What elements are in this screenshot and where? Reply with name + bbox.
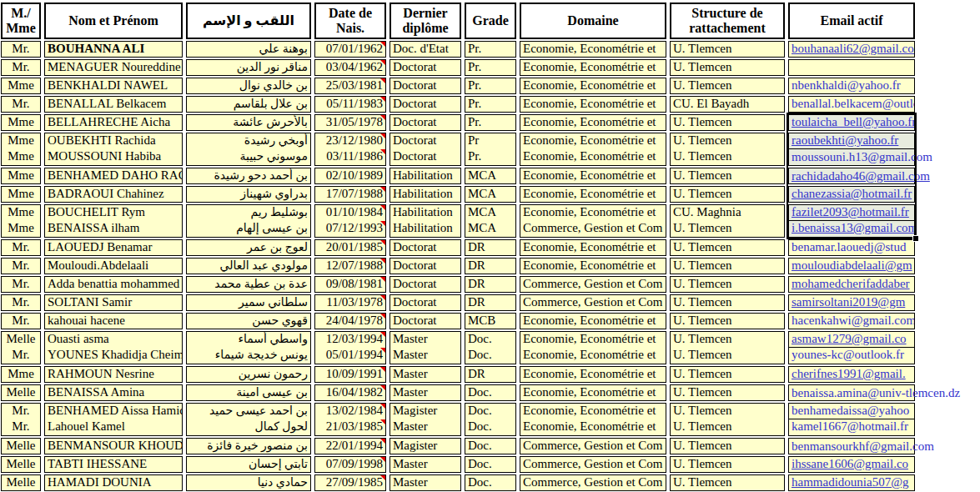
cell-civ[interactable]: Mr. bbox=[1, 313, 41, 329]
cell-email[interactable]: kamel1667@hotmail.fr bbox=[788, 419, 915, 436]
cell-email[interactable]: younes-kc@outlook.fr bbox=[788, 348, 915, 364]
column-header-civ[interactable]: M./ Mme bbox=[1, 3, 41, 39]
cell-grade[interactable]: Doc. bbox=[465, 419, 516, 436]
cell-civ[interactable]: Mme bbox=[1, 204, 41, 221]
cell-nom[interactable]: MOUSSOUNI Habiba bbox=[44, 149, 183, 166]
cell-dom[interactable]: Commerce, Gestion et Com bbox=[520, 294, 666, 311]
email-link[interactable]: benallal.belkacem@outlook.fr bbox=[792, 97, 915, 110]
email-link[interactable]: benaissa.amina@univ-tlemcen.dz bbox=[792, 386, 960, 400]
cell-ar[interactable]: بن علال بلقاسم bbox=[186, 96, 311, 113]
cell-dip[interactable]: Doctorat bbox=[389, 313, 461, 329]
cell-nom[interactable]: Lahouel Kamel bbox=[44, 419, 183, 436]
cell-grade[interactable]: DR bbox=[465, 366, 516, 383]
email-link[interactable]: i.benaissa13@gmail.com bbox=[792, 221, 915, 234]
email-link[interactable]: younes-kc@outlook.fr bbox=[792, 348, 904, 361]
cell-dom[interactable]: Economie, Econométrie et bbox=[520, 313, 666, 329]
cell-ar[interactable]: بن أحمد دحو رشيدة bbox=[186, 168, 311, 184]
cell-email[interactable]: hacenkahwi@gmail.com bbox=[788, 313, 915, 329]
cell-dom[interactable]: Commerce, Gestion et Com bbox=[520, 438, 666, 454]
cell-grade[interactable]: DR bbox=[465, 276, 516, 293]
cell-ar[interactable]: سلطاني سمير bbox=[186, 294, 311, 311]
email-link[interactable]: moussouni.h13@gmail.com bbox=[792, 150, 932, 164]
cell-str[interactable]: CU. Maghnia bbox=[670, 204, 785, 221]
cell-dip[interactable]: Doctorat bbox=[389, 258, 461, 274]
cell-date[interactable]: 23/12/1980 bbox=[314, 133, 386, 149]
cell-nom[interactable]: TABTI IHESSANE bbox=[44, 456, 183, 473]
cell-nom[interactable]: BOUCHELIT Rym bbox=[44, 204, 183, 221]
cell-dom[interactable]: Economie, Econométrie et bbox=[520, 419, 666, 436]
email-link[interactable]: benmansourkhf@gmail.com bbox=[792, 439, 934, 454]
cell-nom[interactable]: BENHAMED DAHO RACHIDA bbox=[44, 168, 183, 184]
cell-dom[interactable]: Economie, Econométrie et bbox=[520, 114, 666, 131]
cell-grade[interactable]: Pr. bbox=[465, 96, 516, 113]
column-header-ar[interactable]: اللقب و الإسم bbox=[186, 3, 311, 39]
cell-nom[interactable]: Ouasti asma bbox=[44, 331, 183, 348]
cell-civ[interactable]: Mme bbox=[1, 221, 41, 238]
cell-nom[interactable]: MENAGUER Noureddine bbox=[44, 59, 183, 76]
cell-ar[interactable]: مناقر نور الدين bbox=[186, 59, 311, 76]
cell-grade[interactable]: Doc. bbox=[465, 348, 516, 364]
cell-grade[interactable]: Pr bbox=[465, 133, 516, 149]
cell-date[interactable]: 20/01/1985 bbox=[314, 239, 386, 256]
cell-dip[interactable]: Master bbox=[389, 456, 461, 473]
cell-email[interactable]: cherifnes1991@gmail. bbox=[788, 366, 915, 383]
cell-ar[interactable]: لعوج بن عمر bbox=[186, 239, 311, 256]
cell-ar[interactable]: تابتي إحسان bbox=[186, 456, 311, 473]
cell-dip[interactable]: Master bbox=[389, 366, 461, 383]
cell-date[interactable]: 07/09/1998 bbox=[314, 456, 386, 473]
cell-date[interactable]: 21/03/1985 bbox=[314, 419, 386, 436]
email-link[interactable]: kamel1667@hotmail.fr bbox=[792, 419, 908, 433]
email-link[interactable]: samirsoltani2019@gm bbox=[792, 295, 905, 309]
cell-nom[interactable]: kahouai hacene bbox=[44, 313, 183, 329]
cell-dip[interactable]: Habilitation bbox=[389, 186, 461, 203]
cell-nom[interactable]: YOUNES Khadidja Cheima bbox=[44, 348, 183, 364]
cell-str[interactable]: U. Tlemcen bbox=[670, 474, 785, 491]
cell-date[interactable]: 01/10/1984 bbox=[314, 204, 386, 221]
cell-str[interactable]: U. Tlemcen bbox=[670, 221, 785, 238]
cell-str[interactable]: U. Tlemcen bbox=[670, 366, 785, 383]
cell-grade[interactable]: Doc. bbox=[465, 403, 516, 419]
cell-date[interactable]: 07/12/1993 bbox=[314, 221, 386, 238]
cell-nom[interactable]: RAHMOUN Nesrine bbox=[44, 366, 183, 383]
cell-civ[interactable]: Mme bbox=[1, 168, 41, 184]
cell-grade[interactable]: Doc. bbox=[465, 438, 516, 454]
cell-ar[interactable]: عدة بن عطية محمد bbox=[186, 276, 311, 293]
cell-grade[interactable]: MCA bbox=[465, 204, 516, 221]
cell-str[interactable]: U. Tlemcen bbox=[670, 456, 785, 473]
cell-nom[interactable]: SOLTANI Samir bbox=[44, 294, 183, 311]
cell-civ[interactable]: Mme bbox=[1, 78, 41, 94]
cell-civ[interactable]: Mr. bbox=[1, 294, 41, 311]
cell-civ[interactable]: Mme bbox=[1, 186, 41, 203]
cell-date[interactable]: 27/09/1985 bbox=[314, 474, 386, 491]
cell-date[interactable]: 05/01/1994 bbox=[314, 348, 386, 364]
cell-nom[interactable]: BENALLAL Belkacem bbox=[44, 96, 183, 113]
cell-dom[interactable]: Economie, Econométrie et bbox=[520, 366, 666, 383]
cell-str[interactable]: U. Tlemcen bbox=[670, 133, 785, 149]
email-link[interactable]: toulaicha_bell@yahoo.fr bbox=[792, 115, 915, 128]
cell-ar[interactable]: موسوني حبيبة bbox=[186, 149, 311, 166]
cell-email[interactable]: i.benaissa13@gmail.com bbox=[788, 221, 915, 238]
cell-dip[interactable]: Magister bbox=[389, 438, 461, 454]
cell-civ[interactable]: Melle bbox=[1, 456, 41, 473]
cell-dip[interactable]: Doctorat bbox=[389, 78, 461, 94]
cell-grade[interactable]: Doc. bbox=[465, 474, 516, 491]
cell-date[interactable]: 24/04/1978 bbox=[314, 313, 386, 329]
cell-email[interactable]: benamar.laouedj@stud bbox=[788, 239, 915, 256]
cell-str[interactable]: U. Tlemcen bbox=[670, 294, 785, 311]
cell-dip[interactable]: Doc. d'Etat bbox=[389, 41, 461, 58]
cell-ar[interactable]: بن عيسى امينة bbox=[186, 384, 311, 401]
cell-dip[interactable]: Doctorat bbox=[389, 59, 461, 76]
cell-str[interactable]: U. Tlemcen bbox=[670, 313, 785, 329]
cell-civ[interactable]: Mr. bbox=[1, 419, 41, 436]
cell-civ[interactable]: Mme bbox=[1, 366, 41, 383]
cell-dom[interactable]: Economie, Econométrie et bbox=[520, 133, 666, 149]
cell-grade[interactable]: MCA bbox=[465, 186, 516, 203]
cell-dip[interactable]: Master bbox=[389, 384, 461, 401]
column-header-email[interactable]: Email actif bbox=[788, 3, 915, 39]
cell-ar[interactable]: بدراوي شهيناز bbox=[186, 186, 311, 203]
cell-dom[interactable]: Economie, Econométrie et bbox=[520, 59, 666, 76]
cell-str[interactable]: CU. El Bayadh bbox=[670, 96, 785, 113]
cell-dip[interactable]: Habilitation bbox=[389, 168, 461, 184]
cell-grade[interactable]: DR bbox=[465, 239, 516, 256]
cell-civ[interactable]: Mr. bbox=[1, 276, 41, 293]
